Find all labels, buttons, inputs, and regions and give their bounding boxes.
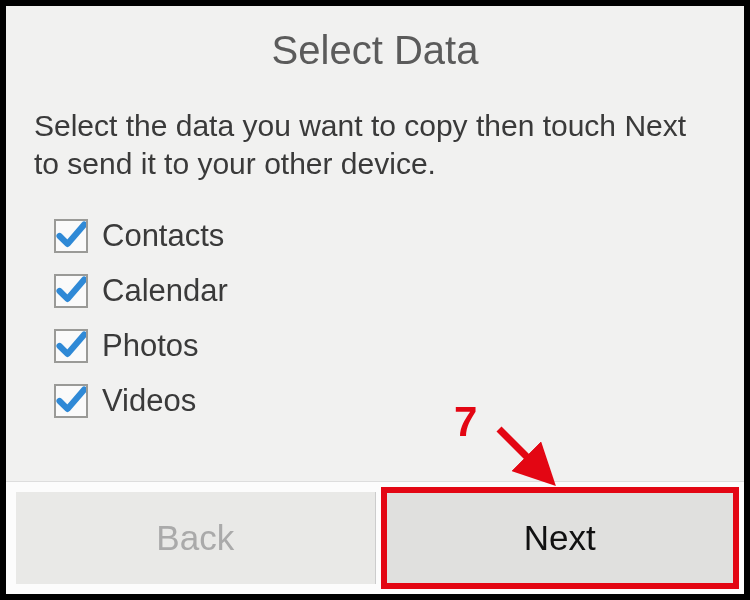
option-contacts[interactable]: Contacts bbox=[54, 218, 716, 254]
options-list: Contacts Calendar Photos bbox=[6, 208, 744, 438]
checkbox-icon bbox=[54, 384, 88, 418]
option-calendar[interactable]: Calendar bbox=[54, 273, 716, 309]
option-photos[interactable]: Photos bbox=[54, 328, 716, 364]
checkbox-icon bbox=[54, 329, 88, 363]
option-label: Contacts bbox=[102, 218, 224, 254]
option-videos[interactable]: Videos bbox=[54, 383, 716, 419]
button-bar: Back Next bbox=[6, 481, 744, 594]
back-button[interactable]: Back bbox=[16, 492, 376, 584]
checkbox-icon bbox=[54, 274, 88, 308]
next-button-highlight: Next bbox=[381, 482, 745, 594]
page-title: Select Data bbox=[6, 6, 744, 91]
option-label: Calendar bbox=[102, 273, 228, 309]
option-label: Videos bbox=[102, 383, 196, 419]
instruction-text: Select the data you want to copy then to… bbox=[6, 91, 744, 208]
next-button[interactable]: Next bbox=[381, 487, 740, 589]
select-data-screen: Select Data Select the data you want to … bbox=[0, 0, 750, 600]
option-label: Photos bbox=[102, 328, 199, 364]
checkbox-icon bbox=[54, 219, 88, 253]
